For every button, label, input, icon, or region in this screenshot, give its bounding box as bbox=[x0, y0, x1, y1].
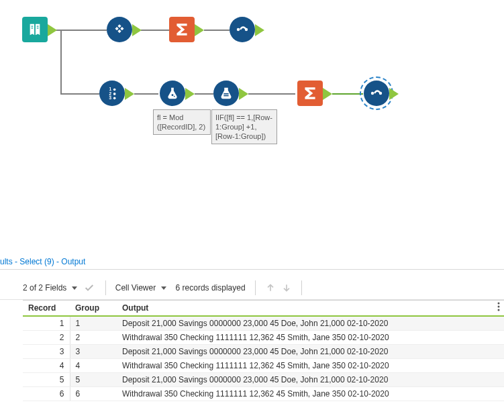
kebab-icon[interactable] bbox=[497, 302, 500, 313]
multirow-formula-tool[interactable] bbox=[213, 81, 239, 106]
svg-rect-7 bbox=[117, 30, 121, 33]
cell-output: Deposit 21,000 Savings 0000000 23,000 45… bbox=[117, 373, 504, 387]
cell-group: 2 bbox=[70, 331, 117, 345]
formula-annotation: fl = Mod ([RecordID], 2) bbox=[153, 109, 211, 135]
output-anchor[interactable] bbox=[132, 24, 142, 36]
cell-record: 5 bbox=[23, 373, 70, 387]
svg-point-20 bbox=[371, 92, 374, 95]
svg-point-22 bbox=[498, 303, 500, 305]
separator bbox=[301, 280, 302, 295]
move-down-button[interactable] bbox=[281, 282, 292, 293]
book-icon bbox=[28, 22, 42, 37]
browse-icon bbox=[368, 85, 385, 101]
grid-icon bbox=[112, 22, 127, 37]
cell-group: 4 bbox=[70, 359, 117, 373]
col-group[interactable]: Group bbox=[70, 301, 117, 317]
cell-record: 2 bbox=[23, 331, 70, 345]
results-toolbar: 2 of 2 Fields Cell Viewer 6 records disp… bbox=[0, 276, 504, 300]
svg-point-15 bbox=[113, 97, 116, 100]
multirow-annotation: IIF([fl] == 1,[Row-1:Group] +1,[Row-1:Gr… bbox=[211, 109, 277, 144]
output-anchor[interactable] bbox=[185, 88, 195, 100]
output-anchor[interactable] bbox=[48, 24, 57, 36]
results-tab-label: ults - Select (9) - Output bbox=[0, 257, 85, 266]
browse-icon bbox=[234, 21, 250, 38]
svg-rect-19 bbox=[223, 95, 228, 97]
svg-rect-6 bbox=[115, 27, 119, 30]
cell-output: Withdrawal 350 Checking 1111111 12,362 4… bbox=[117, 387, 504, 401]
col-output[interactable]: Output bbox=[117, 301, 504, 317]
output-anchor[interactable] bbox=[125, 88, 134, 100]
check-icon[interactable] bbox=[83, 282, 96, 293]
output-anchor[interactable] bbox=[389, 88, 399, 100]
table-row[interactable]: 44Withdrawal 350 Checking 1111111 12,362… bbox=[23, 359, 504, 373]
formula-tool[interactable] bbox=[160, 81, 185, 106]
connector bbox=[60, 93, 99, 95]
col-record[interactable]: Record bbox=[23, 301, 70, 317]
svg-text:3: 3 bbox=[109, 95, 111, 100]
svg-point-8 bbox=[237, 28, 240, 31]
separator bbox=[105, 280, 106, 295]
table-row[interactable]: 55Deposit 21,000 Savings 0000000 23,000 … bbox=[23, 373, 504, 387]
connector bbox=[60, 30, 62, 93]
records-count-label: 6 records displayed bbox=[176, 283, 246, 293]
cell-output: Withdrawal 350 Checking 1111111 12,362 4… bbox=[117, 359, 504, 373]
fields-label: 2 of 2 Fields bbox=[23, 283, 66, 293]
svg-point-9 bbox=[245, 28, 248, 31]
svg-rect-2 bbox=[37, 26, 39, 27]
cell-record: 3 bbox=[23, 345, 70, 359]
output-anchor[interactable] bbox=[239, 88, 248, 100]
cell-record: 4 bbox=[23, 359, 70, 373]
cell-record: 6 bbox=[23, 387, 70, 401]
svg-rect-4 bbox=[117, 24, 121, 28]
move-up-button[interactable] bbox=[265, 282, 276, 293]
connector bbox=[204, 30, 230, 31]
output-anchor[interactable] bbox=[195, 24, 204, 36]
summarize-tool-2[interactable] bbox=[297, 81, 323, 106]
cell-output: Withdrawal 350 Checking 1111111 12,362 4… bbox=[117, 331, 504, 345]
browse-tool[interactable] bbox=[230, 17, 255, 42]
connector bbox=[332, 93, 363, 95]
cell-group: 6 bbox=[70, 387, 117, 401]
recordid-tool[interactable]: 123 bbox=[99, 81, 125, 106]
browse-tool-selected[interactable] bbox=[364, 81, 389, 106]
fields-dropdown[interactable]: 2 of 2 Fields bbox=[23, 283, 77, 293]
cell-group: 1 bbox=[70, 316, 117, 331]
svg-rect-0 bbox=[32, 26, 34, 27]
separator bbox=[255, 280, 256, 295]
table-row[interactable]: 66Withdrawal 350 Checking 1111111 12,362… bbox=[23, 387, 504, 401]
cellviewer-dropdown[interactable]: Cell Viewer bbox=[115, 283, 166, 293]
cellviewer-label: Cell Viewer bbox=[115, 283, 156, 293]
sigma-icon bbox=[301, 85, 319, 102]
connector bbox=[141, 30, 169, 31]
cell-record: 1 bbox=[23, 316, 70, 331]
table-row[interactable]: 22Withdrawal 350 Checking 1111111 12,362… bbox=[23, 331, 504, 345]
cell-output: Deposit 21,000 Savings 0000000 23,000 45… bbox=[117, 316, 504, 331]
table-row[interactable]: 33Deposit 21,000 Savings 0000000 23,000 … bbox=[23, 345, 504, 359]
svg-point-14 bbox=[113, 93, 116, 95]
summarize-tool[interactable] bbox=[169, 17, 195, 42]
connector bbox=[195, 93, 213, 95]
output-anchor[interactable] bbox=[323, 88, 332, 100]
cell-group: 3 bbox=[70, 345, 117, 359]
workflow-canvas[interactable]: 123 fl = Mod ([RecordID], 2) IIF([fl] ==… bbox=[0, 0, 504, 242]
input-tool[interactable] bbox=[22, 17, 48, 42]
connector bbox=[134, 93, 158, 95]
svg-rect-5 bbox=[120, 27, 123, 30]
results-pane: ults - Select (9) - Output 2 of 2 Fields… bbox=[0, 256, 504, 401]
svg-point-17 bbox=[174, 96, 175, 97]
tile-tool[interactable] bbox=[107, 17, 132, 42]
cell-output: Deposit 21,000 Savings 0000000 23,000 45… bbox=[117, 345, 504, 359]
flask-icon bbox=[165, 86, 180, 101]
numbered-list-icon: 123 bbox=[105, 86, 119, 101]
sigma-icon bbox=[173, 21, 191, 38]
table-row[interactable]: 11Deposit 21,000 Savings 0000000 23,000 … bbox=[23, 316, 504, 331]
svg-rect-1 bbox=[32, 28, 34, 28]
svg-point-24 bbox=[498, 309, 500, 311]
cell-group: 5 bbox=[70, 373, 117, 387]
output-anchor[interactable] bbox=[255, 24, 264, 36]
results-tab[interactable]: ults - Select (9) - Output bbox=[0, 256, 504, 270]
svg-point-23 bbox=[498, 306, 500, 308]
connector bbox=[248, 93, 295, 95]
svg-point-13 bbox=[113, 89, 116, 91]
results-table: Record Group Output 11Deposit 21,000 Sav… bbox=[23, 300, 504, 401]
